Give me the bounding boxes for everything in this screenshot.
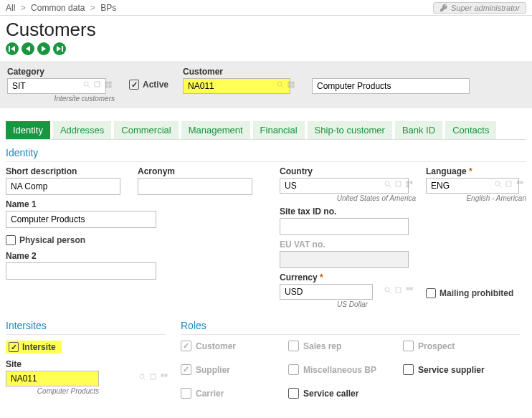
site-hint: Computer Products [6,387,99,395]
grid-icon[interactable] [515,179,525,189]
search-icon[interactable] [82,80,92,90]
svg-point-30 [385,288,389,292]
key-icon [440,4,448,12]
role-service-supplier-checkbox[interactable]: Service supplier [403,364,503,375]
category-hint: Intersite customers [7,95,115,103]
active-label: Active [143,80,168,90]
breadcrumb-common-data[interactable]: Common data [31,3,85,13]
jump-icon[interactable] [92,80,103,90]
svg-rect-27 [506,181,511,186]
checkbox-icon [181,364,191,375]
svg-rect-38 [161,374,164,377]
country-label: Country [280,166,416,176]
grid-icon[interactable] [159,372,169,382]
user-badge-label: Super administrator [451,4,520,12]
customer-desc-input[interactable] [312,78,470,94]
active-checkbox[interactable]: Active [129,80,168,90]
breadcrumb-all[interactable]: All [6,3,15,13]
nav-prev-button[interactable] [22,42,34,55]
svg-rect-12 [109,85,112,88]
svg-line-7 [88,86,90,88]
acronym-input[interactable] [138,178,252,195]
breadcrumb-bps[interactable]: BPs [100,3,116,13]
jump-icon[interactable] [394,179,404,189]
search-icon[interactable] [383,179,393,189]
nav-next-button[interactable] [37,42,50,55]
search-icon[interactable] [138,372,148,382]
name2-label: Name 2 [6,251,270,261]
tabstrip: Identity Addresses Commercial Management… [6,121,526,140]
role-service-caller-checkbox[interactable]: Service caller [288,388,403,399]
svg-rect-8 [95,82,100,87]
mailing-prohibited-checkbox[interactable]: Mailing prohibited [426,288,513,298]
role-customer-checkbox: Customer [181,341,288,351]
site-input[interactable] [6,371,99,386]
svg-rect-22 [407,181,409,184]
sitetax-input[interactable] [280,218,409,235]
svg-line-14 [282,86,284,88]
checkbox-icon [288,364,299,375]
tab-identity[interactable]: Identity [6,121,50,139]
language-hint: English - American [426,194,526,202]
search-icon[interactable] [383,285,393,295]
svg-rect-23 [410,181,413,184]
role-prospect-checkbox: Prospect [403,341,503,351]
jump-icon[interactable] [148,372,158,382]
nav-first-button[interactable] [6,42,19,55]
svg-rect-16 [292,82,295,85]
svg-marker-4 [57,46,61,52]
grid-icon[interactable] [404,285,414,295]
grid-icon[interactable] [404,179,414,189]
svg-rect-24 [407,185,409,188]
grid-icon[interactable] [103,80,113,90]
section-intersites-title: Intersites [6,320,165,331]
checkbox-icon [181,341,191,351]
svg-line-31 [389,292,391,294]
tab-addresses[interactable]: Addresses [53,121,111,139]
tab-financial[interactable]: Financial [253,121,305,139]
language-label: Language * [426,166,526,176]
checkbox-icon [129,80,139,90]
role-salesrep-checkbox: Sales rep [288,341,403,351]
currency-input[interactable] [280,284,373,300]
svg-rect-0 [9,46,10,52]
tab-management[interactable]: Management [181,121,250,139]
tab-commercial[interactable]: Commercial [114,121,178,139]
intersite-checkbox[interactable]: Intersite [6,341,62,353]
search-icon[interactable] [493,179,503,189]
jump-icon[interactable] [504,179,514,189]
tab-shipto-customer[interactable]: Ship-to customer [308,121,392,139]
section-identity-title: Identity [6,147,526,158]
svg-rect-28 [517,181,520,184]
tab-contacts[interactable]: Contacts [445,121,496,139]
page-title: Customers [6,19,526,41]
search-icon[interactable] [275,80,285,90]
user-badge[interactable]: Super administrator [433,2,526,14]
category-label: Category [7,67,115,77]
checkbox-icon [403,341,414,351]
jump-icon[interactable] [394,285,404,295]
sitetax-label: Site tax ID no. [280,206,526,217]
grid-icon[interactable] [286,80,296,90]
svg-rect-21 [396,181,401,186]
svg-rect-11 [105,85,108,88]
svg-rect-34 [410,288,413,290]
checkbox-icon [288,388,299,399]
svg-line-26 [500,186,502,188]
name2-input[interactable] [6,262,156,280]
nav-last-button[interactable] [53,42,66,55]
mailing-prohibited-label: Mailing prohibited [440,288,513,298]
physical-person-checkbox[interactable]: Physical person [6,235,270,245]
euvat-input [280,251,409,268]
svg-rect-32 [396,288,401,293]
section-roles-title: Roles [181,320,521,331]
short-desc-input[interactable] [6,178,120,195]
physical-person-label: Physical person [19,235,85,245]
checkbox-icon [9,342,19,352]
breadcrumb: All > Common data > BPs [6,3,116,13]
customer-input[interactable] [183,78,290,94]
svg-rect-33 [407,288,409,290]
country-hint: United States of America [280,194,416,202]
name1-input[interactable] [6,211,156,228]
tab-bank-id[interactable]: Bank ID [395,121,442,139]
